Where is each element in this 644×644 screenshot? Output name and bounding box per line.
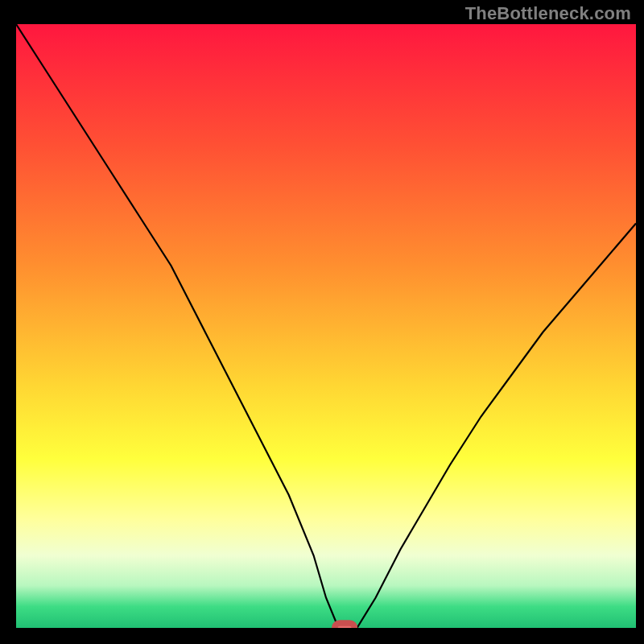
chart-svg: [16, 24, 636, 628]
optimal-point-marker: [335, 623, 355, 628]
watermark-text: TheBottleneck.com: [465, 3, 631, 24]
gradient-background: [16, 24, 636, 628]
chart-plot-area: [16, 24, 636, 628]
